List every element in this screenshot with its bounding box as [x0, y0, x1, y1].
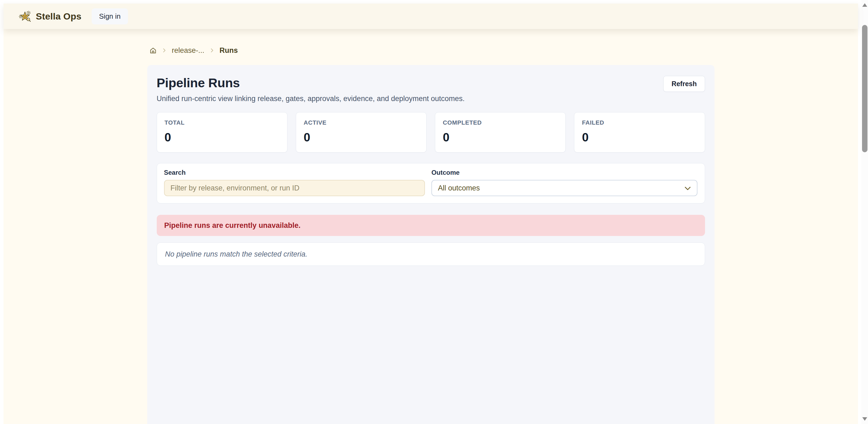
scrollbar-down-arrow-icon[interactable] — [862, 417, 867, 421]
panel-title-block: Pipeline Runs Unified run-centric view l… — [157, 75, 465, 103]
pipeline-runs-panel: Pipeline Runs Unified run-centric view l… — [147, 65, 715, 424]
browser-viewport: Stella Ops Sign in release-... — [0, 0, 868, 424]
stat-value: 0 — [304, 131, 419, 144]
stat-label: TOTAL — [164, 119, 280, 126]
empty-state-card: No pipeline runs match the selected crit… — [157, 242, 705, 266]
search-label: Search — [164, 169, 425, 176]
refresh-button[interactable]: Refresh — [663, 76, 705, 92]
stat-value: 0 — [443, 131, 558, 144]
stat-label: COMPLETED — [443, 119, 558, 126]
outcome-field-group: Outcome All outcomes — [431, 169, 698, 196]
breadcrumb-current: Runs — [220, 46, 238, 55]
stat-value: 0 — [582, 131, 697, 144]
brand-title: Stella Ops — [36, 11, 81, 22]
stat-label: ACTIVE — [304, 119, 419, 126]
chevron-right-icon — [210, 47, 214, 54]
top-bar: Stella Ops Sign in — [3, 3, 858, 29]
stella-ops-logo-icon — [19, 10, 31, 23]
stat-label: FAILED — [582, 119, 697, 126]
panel-header: Pipeline Runs Unified run-centric view l… — [157, 75, 705, 103]
scrollbar-up-arrow-icon[interactable] — [862, 3, 867, 7]
stat-card-active: ACTIVE 0 — [296, 112, 427, 153]
search-field-group: Search — [164, 169, 425, 196]
outcome-label: Outcome — [431, 169, 698, 176]
breadcrumb: release-... Runs — [147, 45, 715, 56]
error-banner-text: Pipeline runs are currently unavailable. — [164, 221, 301, 230]
sign-in-button[interactable]: Sign in — [92, 8, 128, 24]
stat-card-total: TOTAL 0 — [157, 112, 287, 153]
search-input[interactable] — [164, 180, 425, 196]
breadcrumb-release-link[interactable]: release-... — [172, 46, 205, 55]
error-banner: Pipeline runs are currently unavailable. — [157, 215, 705, 236]
stats-row: TOTAL 0 ACTIVE 0 COMPLETED 0 FAILED 0 — [157, 112, 705, 153]
stat-card-failed: FAILED 0 — [574, 112, 705, 153]
scrollbar-thumb[interactable] — [862, 25, 867, 152]
home-icon[interactable] — [149, 47, 157, 54]
stat-card-completed: COMPLETED 0 — [435, 112, 566, 153]
outcome-select-wrap: All outcomes — [431, 180, 698, 196]
page-title: Pipeline Runs — [157, 75, 465, 90]
content-column: release-... Runs Pipeline Runs Unified r… — [147, 29, 715, 424]
vertical-scrollbar[interactable] — [862, 0, 868, 424]
stat-value: 0 — [164, 131, 280, 144]
page-subtitle: Unified run-centric view linking release… — [157, 95, 465, 103]
empty-state-text: No pipeline runs match the selected crit… — [165, 250, 308, 258]
filters-card: Search Outcome All outcomes — [157, 163, 705, 203]
page-body: Stella Ops Sign in release-... — [3, 3, 858, 424]
chevron-right-icon — [162, 47, 166, 54]
outcome-select[interactable]: All outcomes — [431, 180, 698, 196]
